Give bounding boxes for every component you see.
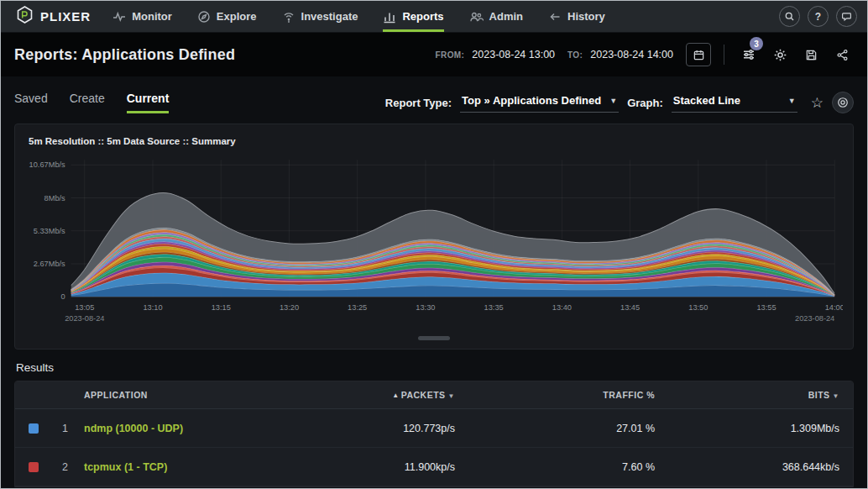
svg-text:2.67Mb/s: 2.67Mb/s xyxy=(34,259,65,268)
gear-icon xyxy=(773,48,787,62)
divider xyxy=(724,45,724,65)
to-value: 2023-08-24 14:00 xyxy=(590,49,673,60)
search-button[interactable] xyxy=(779,6,800,27)
column-application[interactable]: APPLICATION xyxy=(84,390,287,400)
svg-text:13:30: 13:30 xyxy=(416,302,435,312)
ring-icon xyxy=(837,97,849,108)
results-table: APPLICATION ▲PACKETS▼ TRAFFIC % BITS▼ 1 … xyxy=(14,381,854,487)
bits-header-label: BITS xyxy=(808,390,830,400)
report-controls: Report Type: Top » Applications Defined … xyxy=(385,92,854,113)
chevron-down-icon: ▼ xyxy=(788,97,796,105)
report-type-select[interactable]: Top » Applications Defined ▼ xyxy=(460,92,619,113)
nav-item-reports[interactable]: Reports xyxy=(383,1,443,32)
svg-text:14:00: 14:00 xyxy=(825,302,843,312)
calendar-icon xyxy=(693,49,705,61)
favorite-star-icon[interactable]: ☆ xyxy=(811,96,824,110)
graph-type-value: Stacked Line xyxy=(673,94,740,107)
nav-item-admin[interactable]: Admin xyxy=(469,1,523,32)
save-report-button[interactable] xyxy=(799,44,823,66)
bits-cell: 368.644kb/s xyxy=(655,461,839,473)
from-value: 2023-08-24 13:00 xyxy=(472,49,555,60)
support-button[interactable] xyxy=(836,6,857,27)
results-heading: Results xyxy=(16,361,852,374)
column-bits[interactable]: BITS▼ xyxy=(655,390,839,400)
nav-item-explore[interactable]: Explore xyxy=(197,1,257,32)
tab-create[interactable]: Create xyxy=(70,92,105,113)
filter-button[interactable]: 3 xyxy=(737,44,761,66)
svg-text:13:05: 13:05 xyxy=(75,302,94,312)
nav-item-label: Explore xyxy=(217,10,257,23)
nav-item-label: Monitor xyxy=(132,10,172,23)
tab-saved[interactable]: Saved xyxy=(14,92,48,113)
table-row: 1 ndmp (10000 - UDP) 120.773p/s 27.01 % … xyxy=(15,409,853,448)
results-table-header: APPLICATION ▲PACKETS▼ TRAFFIC % BITS▼ xyxy=(15,381,853,409)
sort-asc-icon: ▲ xyxy=(392,392,399,399)
chevron-down-icon: ▼ xyxy=(609,97,617,105)
calendar-button[interactable] xyxy=(686,43,711,66)
svg-text:13:15: 13:15 xyxy=(212,302,231,312)
pulse-icon xyxy=(112,10,126,24)
rank-cell: 2 xyxy=(62,461,84,473)
share-button[interactable] xyxy=(830,44,854,66)
table-row: 2 tcpmux (1 - TCP) 11.900kp/s 7.60 % 368… xyxy=(15,448,853,486)
svg-text:0: 0 xyxy=(61,292,65,301)
application-link[interactable]: tcpmux (1 - TCP) xyxy=(84,461,287,473)
back-arrow-icon xyxy=(548,10,562,24)
brand[interactable]: PLIXER xyxy=(11,1,112,32)
svg-text:8Mb/s: 8Mb/s xyxy=(44,192,65,202)
report-tabs-row: Saved Create Current Report Type: Top » … xyxy=(1,76,867,124)
svg-text:13:25: 13:25 xyxy=(348,302,367,312)
svg-text:5.33Mb/s: 5.33Mb/s xyxy=(34,226,65,235)
users-icon xyxy=(469,10,484,24)
traffic-cell: 27.01 % xyxy=(455,423,655,434)
report-type-label: Report Type: xyxy=(385,97,452,109)
settings-button[interactable] xyxy=(768,44,792,66)
chart-panel: 5m Resolution :: 5m Data Source :: Summa… xyxy=(14,124,854,350)
column-traffic[interactable]: TRAFFIC % xyxy=(455,390,655,400)
packets-cell: 120.773p/s xyxy=(287,423,455,434)
graph-type-select[interactable]: Stacked Line ▼ xyxy=(672,92,797,113)
traffic-cell: 7.60 % xyxy=(455,461,655,473)
nav-item-investigate[interactable]: Investigate xyxy=(282,1,358,32)
packets-header-label: PACKETS xyxy=(401,390,446,400)
tab-current[interactable]: Current xyxy=(127,92,170,113)
svg-text:2023-08-24: 2023-08-24 xyxy=(65,313,104,322)
search-icon xyxy=(784,11,795,22)
column-menu-icon[interactable]: ▼ xyxy=(833,392,839,400)
share-icon xyxy=(836,49,849,61)
brand-name: PLIXER xyxy=(40,9,91,24)
svg-text:13:35: 13:35 xyxy=(484,302,504,312)
chart-scroll-handle[interactable] xyxy=(418,336,450,340)
chart-title: 5m Resolution :: 5m Data Source :: Summa… xyxy=(29,136,843,146)
svg-text:10.67Mb/s: 10.67Mb/s xyxy=(29,160,65,169)
help-button[interactable]: ? xyxy=(808,6,829,27)
svg-text:2023-08-24: 2023-08-24 xyxy=(795,313,834,322)
nav-item-history[interactable]: History xyxy=(548,1,605,32)
nav-item-monitor[interactable]: Monitor xyxy=(112,1,172,32)
nav-actions: ? xyxy=(779,1,857,32)
svg-text:13:55: 13:55 xyxy=(756,302,776,312)
nav-item-label: Reports xyxy=(402,10,443,23)
svg-text:13:45: 13:45 xyxy=(620,302,640,312)
nav-item-label: History xyxy=(567,10,605,23)
main-nav: Monitor Explore Investigate Reports Admi… xyxy=(112,1,630,32)
report-type-value: Top » Applications Defined xyxy=(462,94,601,107)
packets-cell: 11.900kp/s xyxy=(287,461,455,473)
page-title: Reports: Applications Defined xyxy=(14,46,235,64)
bits-cell: 1.309Mb/s xyxy=(655,423,839,434)
chart-options-button[interactable] xyxy=(832,92,854,113)
rank-cell: 1 xyxy=(62,423,84,434)
column-packets[interactable]: ▲PACKETS▼ xyxy=(287,390,455,400)
nav-item-label: Investigate xyxy=(301,10,358,23)
save-icon xyxy=(805,49,818,61)
svg-text:13:50: 13:50 xyxy=(688,302,708,312)
help-icon: ? xyxy=(815,11,821,23)
stacked-area-chart[interactable]: 13:0513:1013:1513:2013:2513:3013:3513:40… xyxy=(25,153,843,334)
application-link[interactable]: ndmp (10000 - UDP) xyxy=(84,423,287,434)
nav-item-label: Admin xyxy=(489,10,523,23)
series-color-swatch xyxy=(29,423,39,434)
time-range-bar: FROM: 2023-08-24 13:00 TO: 2023-08-24 14… xyxy=(436,43,854,66)
antenna-icon xyxy=(282,10,295,24)
graph-label: Graph: xyxy=(627,97,663,109)
column-menu-icon[interactable]: ▼ xyxy=(448,392,455,400)
